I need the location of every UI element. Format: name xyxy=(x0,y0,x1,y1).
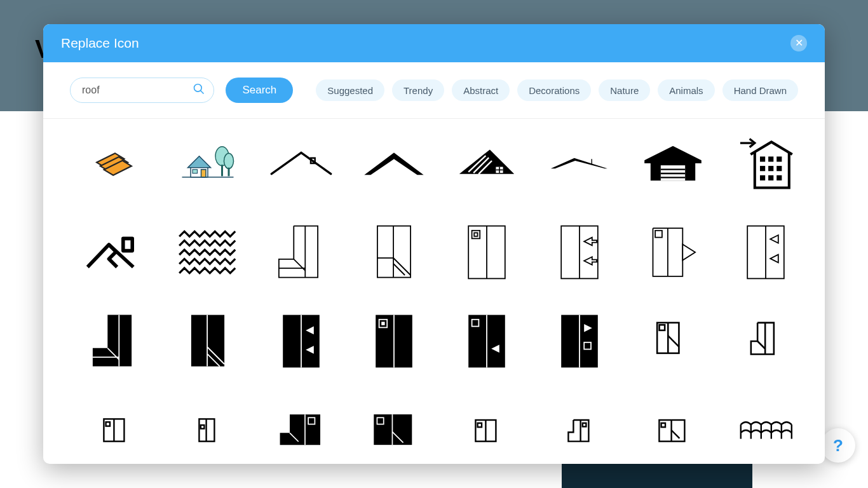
icon-flat-roof-thin[interactable] xyxy=(546,132,613,195)
svg-rect-80 xyxy=(381,322,384,325)
icon-floorplan-l-solid-2[interactable] xyxy=(174,309,241,373)
svg-marker-57 xyxy=(585,257,597,265)
svg-rect-41 xyxy=(123,238,132,250)
icon-floorplan-small-5[interactable] xyxy=(639,398,707,462)
floorplan-corner-2-icon xyxy=(747,319,785,363)
icon-floorplan-solid-window[interactable] xyxy=(360,309,428,373)
icon-zigzag-pattern[interactable] xyxy=(174,220,241,284)
category-chips: Suggested Trendy Abstract Decorations Na… xyxy=(316,79,798,101)
svg-rect-37 xyxy=(760,175,765,180)
icon-floorplan-solid-block-1[interactable] xyxy=(268,398,335,462)
icon-floorplan-small-1[interactable] xyxy=(81,398,149,462)
svg-rect-113 xyxy=(583,423,587,427)
icon-floorplan-solid-arrows-3[interactable] xyxy=(546,309,613,373)
chip-decorations[interactable]: Decorations xyxy=(517,79,591,101)
floorplan-door-1-icon xyxy=(464,224,510,281)
chip-hand-drawn[interactable]: Hand Drawn xyxy=(722,79,798,101)
icon-floorplan-small-3[interactable] xyxy=(453,398,520,462)
chip-suggested[interactable]: Suggested xyxy=(316,79,384,101)
roof-outline-thin-icon xyxy=(269,144,333,182)
roof-tiles-row-icon xyxy=(738,416,794,444)
icon-floorplan-small-4[interactable] xyxy=(546,398,613,462)
floorplan-l-notch-icon xyxy=(646,224,700,281)
icon-slanted-roof[interactable] xyxy=(453,132,520,195)
icon-floorplan-outline-corner-1[interactable] xyxy=(639,309,707,373)
icon-floorplan-small-2[interactable] xyxy=(174,398,241,462)
icon-floorplan-l-1[interactable] xyxy=(268,220,335,284)
icon-floorplan-l-notch[interactable] xyxy=(639,220,707,284)
svg-line-94 xyxy=(757,341,765,349)
svg-rect-34 xyxy=(760,166,765,171)
svg-rect-35 xyxy=(768,166,773,171)
svg-rect-12 xyxy=(193,170,198,173)
svg-rect-33 xyxy=(776,156,782,161)
chip-animals[interactable]: Animals xyxy=(658,79,714,101)
slanted-roof-icon xyxy=(456,144,517,182)
icon-floorplan-solid-block-2[interactable] xyxy=(360,398,428,462)
svg-rect-39 xyxy=(776,175,782,180)
chip-abstract[interactable]: Abstract xyxy=(452,79,510,101)
flat-roof-thin-icon xyxy=(549,152,610,175)
garage-icon xyxy=(642,141,703,186)
floorplan-solid-block-1-icon xyxy=(276,411,326,449)
svg-marker-65 xyxy=(93,315,132,367)
icon-house-chimney-outline[interactable] xyxy=(81,220,149,284)
svg-marker-25 xyxy=(644,146,702,163)
modal-title: Replace Icon xyxy=(61,36,139,51)
svg-marker-101 xyxy=(280,414,320,445)
floorplan-small-3-icon xyxy=(471,415,502,445)
svg-rect-97 xyxy=(106,422,110,426)
icon-roof-tiles-row[interactable] xyxy=(732,398,799,462)
svg-marker-56 xyxy=(585,238,597,246)
floorplan-l-solid-1-icon xyxy=(88,313,142,370)
icon-house-with-trees[interactable] xyxy=(174,132,241,195)
modal-header: Replace Icon ✕ xyxy=(43,24,825,62)
icon-grid-scroll[interactable] xyxy=(43,119,825,464)
chip-trendy[interactable]: Trendy xyxy=(392,79,444,101)
icon-floorplan-door-arrows[interactable] xyxy=(546,220,613,284)
svg-marker-63 xyxy=(770,235,778,243)
floorplan-door-arrows-2-icon xyxy=(743,224,789,281)
icon-floorplan-l-solid-1[interactable] xyxy=(81,309,149,373)
zigzag-icon xyxy=(177,229,238,275)
search-button[interactable]: Search xyxy=(226,78,293,103)
icon-apartment-building[interactable] xyxy=(732,132,799,195)
help-button[interactable]: ? xyxy=(821,428,855,463)
icon-floorplan-door-1[interactable] xyxy=(453,220,520,284)
house-chimney-icon xyxy=(85,229,146,276)
icon-floorplan-solid-arrows-2[interactable] xyxy=(453,309,520,373)
icon-garage-building[interactable] xyxy=(639,132,707,195)
floorplan-small-1-icon xyxy=(100,415,130,445)
replace-icon-modal: Replace Icon ✕ Search Suggested Trendy A… xyxy=(43,24,825,464)
floorplan-corner-1-icon xyxy=(654,319,692,363)
svg-rect-31 xyxy=(760,156,765,161)
floorplan-solid-arrows-1-icon xyxy=(278,313,324,370)
svg-line-92 xyxy=(668,336,679,346)
icon-floorplan-l-2[interactable] xyxy=(360,220,428,284)
svg-marker-64 xyxy=(770,255,778,263)
search-icon xyxy=(193,83,205,98)
floorplan-l-2-icon xyxy=(367,224,421,281)
floorplan-door-arrows-icon xyxy=(557,224,602,281)
icon-roof-tiles-isometric[interactable] xyxy=(81,132,149,195)
svg-rect-52 xyxy=(472,231,480,239)
close-button[interactable]: ✕ xyxy=(790,35,807,51)
svg-point-6 xyxy=(224,153,234,168)
house-with-trees-icon xyxy=(179,140,236,186)
floorplan-solid-arrows-2-icon xyxy=(464,313,510,370)
svg-rect-8 xyxy=(228,168,230,177)
floorplan-small-2-icon xyxy=(195,415,220,445)
svg-rect-32 xyxy=(768,156,773,161)
svg-rect-36 xyxy=(776,166,782,171)
svg-marker-9 xyxy=(188,156,211,168)
help-icon: ? xyxy=(833,436,843,456)
svg-marker-60 xyxy=(682,244,695,260)
icon-floorplan-outline-corner-2[interactable] xyxy=(732,309,799,373)
icon-floorplan-solid-arrows-1[interactable] xyxy=(268,309,335,373)
icon-roof-outline-thick[interactable] xyxy=(360,132,428,195)
chip-nature[interactable]: Nature xyxy=(599,79,650,101)
icon-roof-outline-thin[interactable] xyxy=(268,132,335,195)
floorplan-l-solid-2-icon xyxy=(181,313,234,370)
floorplan-small-5-icon xyxy=(656,415,690,445)
icon-floorplan-door-arrows-2[interactable] xyxy=(732,220,799,284)
